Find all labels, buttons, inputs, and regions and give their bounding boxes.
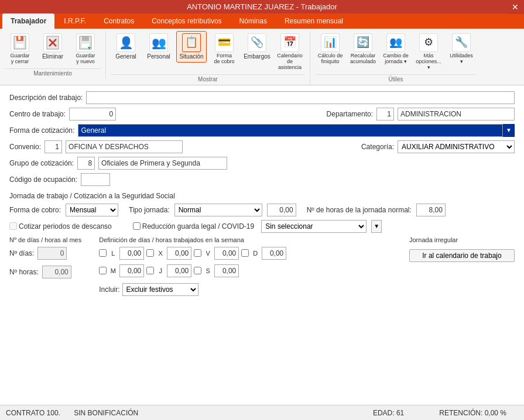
num-horas-input[interactable] bbox=[416, 204, 446, 216]
descripcion-input[interactable] bbox=[86, 91, 515, 104]
mas-opciones-button[interactable]: ⚙ Másopciones... ▾ bbox=[413, 31, 444, 73]
embargos-icon: 📎 bbox=[248, 33, 266, 52]
recalcular-icon: 🔄 bbox=[354, 33, 372, 52]
forma-cotizacion-input[interactable] bbox=[78, 124, 503, 137]
grupo-cotizacion-row: Grupo de cotización: bbox=[9, 157, 515, 170]
ribbon-group-label-utiles: Útiles bbox=[315, 74, 477, 82]
num-horas-label: Nº de horas de la jornada normal: bbox=[307, 206, 412, 214]
grupo-cotizacion-num-input[interactable] bbox=[77, 157, 95, 170]
tipo-jornada-select[interactable]: Normal bbox=[174, 204, 262, 216]
status-bonificacion: SIN BONIFICACIÓN bbox=[74, 409, 138, 417]
title-bar: ANTONIO MARTINEZ JUAREZ - Trabajador ✕ bbox=[0, 0, 524, 13]
departamento-num-input[interactable] bbox=[376, 108, 394, 121]
forma-cobro-label: Forma de cobro: bbox=[9, 206, 61, 214]
day-j-input[interactable] bbox=[167, 264, 191, 277]
guardar-nuevo-label: Guardary nuevo bbox=[76, 53, 95, 65]
num-horas-month-input[interactable] bbox=[42, 266, 71, 278]
forma-cotizacion-dropdown[interactable]: ▼ bbox=[503, 124, 515, 137]
day-m-input[interactable] bbox=[119, 264, 144, 277]
general-button[interactable]: 👤 General bbox=[111, 31, 141, 63]
main-content: Descripción del trabajo: Centro de traba… bbox=[0, 85, 524, 420]
tab-contratos[interactable]: Contratos bbox=[95, 13, 142, 29]
forma-cobro-button[interactable]: 💳 Formade cobro bbox=[209, 31, 239, 67]
guardar-cerrar-icon bbox=[11, 33, 29, 52]
num-horas-month-label: Nº horas: bbox=[9, 268, 39, 276]
day-d-label: D bbox=[251, 250, 259, 257]
tab-resumen[interactable]: Resumen mensual bbox=[276, 13, 351, 29]
codigo-ocupacion-input[interactable] bbox=[81, 173, 110, 186]
close-button[interactable]: ✕ bbox=[506, 0, 524, 14]
num-dias-input[interactable] bbox=[37, 247, 67, 260]
forma-cotizacion-label: Forma de cotización: bbox=[9, 126, 74, 135]
ir-calendario-button[interactable]: Ir al calendario de trabajo bbox=[409, 249, 515, 262]
horas-input[interactable] bbox=[267, 204, 296, 216]
embargos-button[interactable]: 📎 Embargos bbox=[242, 31, 272, 63]
grupo-cotizacion-name-input[interactable] bbox=[98, 157, 227, 170]
reduccion-dropdown-btn[interactable]: ▼ bbox=[371, 220, 382, 233]
calendario-label: Calendariode asistencia bbox=[276, 53, 303, 71]
day-l-input[interactable] bbox=[119, 247, 144, 260]
window-title: ANTONIO MARTINEZ JUAREZ - Trabajador bbox=[187, 2, 337, 11]
personal-icon: 👥 bbox=[149, 33, 168, 52]
guardar-nuevo-button[interactable]: ▾ Guardary nuevo bbox=[70, 31, 101, 67]
tab-irpf[interactable]: I.R.P.F. bbox=[56, 13, 94, 29]
convenio-num-input[interactable] bbox=[44, 140, 62, 153]
svg-rect-8 bbox=[82, 36, 89, 41]
forma-cobro-select[interactable]: Mensual bbox=[66, 204, 118, 216]
ribbon-group-mostrar: 👤 General 👥 Personal 📋 Situación 💳 Forma… bbox=[106, 31, 310, 85]
jornada-row-2: Cotizar periodos de descanso Reducción g… bbox=[9, 220, 515, 233]
num-horas-month-row: Nº horas: bbox=[9, 266, 81, 278]
departamento-name-input[interactable] bbox=[398, 108, 515, 121]
ribbon-group-label-mostrar: Mostrar bbox=[111, 74, 305, 82]
tab-trabajador[interactable]: Trabajador bbox=[2, 13, 54, 29]
guardar-cerrar-button[interactable]: Guardary cerrar bbox=[5, 31, 35, 67]
svg-rect-2 bbox=[16, 43, 24, 48]
day-x-input[interactable] bbox=[167, 247, 191, 260]
finiquito-button[interactable]: 📊 Cálculo definiquito bbox=[315, 31, 345, 67]
centro-trabajo-input[interactable] bbox=[69, 108, 116, 121]
day-j-checkbox[interactable] bbox=[146, 267, 154, 274]
day-s-input[interactable] bbox=[214, 264, 239, 277]
day-d-checkbox[interactable] bbox=[241, 249, 249, 257]
day-l-checkbox[interactable] bbox=[99, 249, 107, 257]
descripcion-row: Descripción del trabajo: bbox=[9, 91, 515, 104]
tab-nominas[interactable]: Nóminas bbox=[231, 13, 275, 29]
mas-opciones-label: Másopciones... ▾ bbox=[415, 53, 442, 71]
personal-button[interactable]: 👥 Personal bbox=[143, 31, 174, 63]
codigo-ocupacion-row: Código de ocupación: bbox=[9, 173, 515, 186]
reduccion-checkbox[interactable] bbox=[133, 222, 141, 230]
day-s-checkbox[interactable] bbox=[194, 267, 201, 274]
day-m-checkbox[interactable] bbox=[99, 267, 107, 274]
incluir-select[interactable]: Excluir festivos bbox=[122, 283, 198, 296]
svg-rect-3 bbox=[18, 36, 20, 40]
grupo-cotizacion-label: Grupo de cotización: bbox=[9, 159, 74, 167]
cambio-jornada-button[interactable]: 👥 Cambio dejornada ▾ bbox=[381, 31, 411, 67]
day-x-label: X bbox=[156, 250, 165, 257]
situacion-button[interactable]: 📋 Situación bbox=[176, 31, 207, 63]
cotizar-periodos-checkbox[interactable] bbox=[9, 222, 17, 230]
day-d-input[interactable] bbox=[262, 247, 286, 260]
cotizar-periodos-label: Cotizar periodos de descanso bbox=[19, 222, 112, 230]
convenio-name-input[interactable] bbox=[66, 140, 183, 153]
dias-horas-mes-title: Nº de días / horas al mes bbox=[9, 236, 81, 243]
finiquito-icon: 📊 bbox=[321, 33, 340, 52]
utilidades-button[interactable]: 🔧 Utilidades▾ bbox=[446, 31, 477, 67]
reduccion-select[interactable]: Sin seleccionar bbox=[261, 220, 367, 233]
tab-conceptos[interactable]: Conceptos retributivos bbox=[143, 13, 230, 29]
recalcular-label: Recalcularacumulado bbox=[350, 53, 376, 65]
categoria-select[interactable]: AUXILIAR ADMINISTRATIVO bbox=[398, 140, 515, 153]
recalcular-button[interactable]: 🔄 Recalcularacumulado bbox=[348, 31, 378, 67]
eliminar-button[interactable]: Eliminar bbox=[37, 31, 68, 63]
calendario-button[interactable]: 📅 Calendariode asistencia bbox=[275, 31, 305, 73]
utilidades-label: Utilidades▾ bbox=[450, 53, 473, 65]
day-v-checkbox[interactable] bbox=[194, 249, 201, 257]
situacion-icon: 📋 bbox=[182, 33, 201, 52]
codigo-ocupacion-label: Código de ocupación: bbox=[9, 175, 77, 184]
guardar-cerrar-label: Guardary cerrar bbox=[10, 53, 29, 65]
eliminar-icon bbox=[43, 33, 62, 52]
tab-bar: Trabajador I.R.P.F. Contratos Conceptos … bbox=[0, 13, 524, 29]
day-v-input[interactable] bbox=[214, 247, 239, 260]
forma-cotizacion-row: Forma de cotización: ▼ bbox=[9, 124, 515, 137]
day-x-checkbox[interactable] bbox=[146, 249, 154, 257]
ribbon-group-utiles: 📊 Cálculo definiquito 🔄 Recalcularacumul… bbox=[310, 31, 481, 85]
